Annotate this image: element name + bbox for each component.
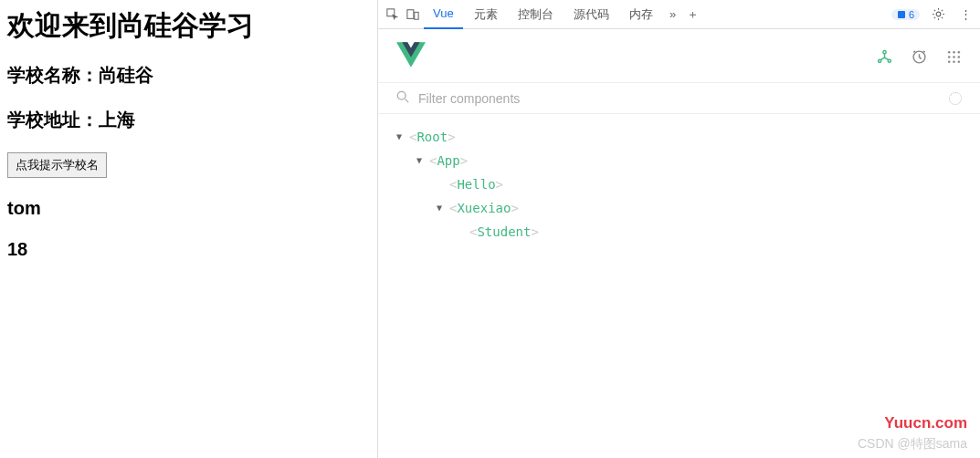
more-view-icon[interactable] xyxy=(945,48,962,65)
svg-point-18 xyxy=(397,91,406,99)
svg-rect-2 xyxy=(415,12,418,19)
caret-down-icon: ▼ xyxy=(416,149,429,172)
component-tree: ▼ <Root> ▼ <App> <Hello> ▼ <Xuexiao> <St… xyxy=(378,114,980,255)
school-address: 学校地址：上海 xyxy=(7,108,370,132)
svg-rect-3 xyxy=(898,11,905,18)
tree-node-hello[interactable]: <Hello> xyxy=(396,172,962,196)
svg-point-17 xyxy=(957,60,960,63)
filter-bar xyxy=(378,83,980,114)
tree-node-app[interactable]: ▼ <App> xyxy=(396,149,962,172)
devtools-panel: Vue 元素 控制台 源代码 内存 » ＋ 6 ⋮ xyxy=(377,0,980,458)
caret-down-icon: ▼ xyxy=(396,125,409,149)
svg-point-12 xyxy=(947,56,950,58)
app-content: 欢迎来到尚硅谷学习 学校名称：尚硅谷 学校地址：上海 点我提示学校名 tom 1… xyxy=(0,0,377,458)
svg-point-10 xyxy=(953,50,955,53)
svg-point-5 xyxy=(882,50,885,53)
more-tabs-icon[interactable]: » xyxy=(664,5,682,24)
device-toggle-icon[interactable] xyxy=(404,5,422,24)
kebab-icon[interactable]: ⋮ xyxy=(956,5,975,24)
tree-node-xuexiao[interactable]: ▼ <Xuexiao> xyxy=(396,196,962,220)
tree-node-root[interactable]: ▼ <Root> xyxy=(396,125,962,149)
watermark-csdn: CSDN @特图sama xyxy=(858,436,967,453)
svg-point-4 xyxy=(936,12,941,16)
svg-point-15 xyxy=(947,60,950,63)
svg-point-9 xyxy=(947,50,950,53)
add-tab-icon[interactable]: ＋ xyxy=(684,5,702,24)
issues-badge[interactable]: 6 xyxy=(891,9,920,20)
filter-input[interactable] xyxy=(418,91,949,106)
caret-down-icon: ▼ xyxy=(437,196,449,220)
gear-icon[interactable] xyxy=(929,5,947,24)
tab-console[interactable]: 控制台 xyxy=(509,0,563,29)
vue-devtools-header xyxy=(378,29,980,83)
watermark-site: Yuucn.com xyxy=(884,414,967,432)
timeline-view-icon[interactable] xyxy=(911,48,927,65)
svg-point-11 xyxy=(957,50,960,53)
components-view-icon[interactable] xyxy=(876,48,892,65)
show-school-button[interactable]: 点我提示学校名 xyxy=(7,152,107,178)
svg-point-16 xyxy=(953,60,955,63)
tree-node-student[interactable]: <Student> xyxy=(396,220,962,244)
student-age: 18 xyxy=(7,239,370,260)
tab-vue[interactable]: Vue xyxy=(424,0,463,29)
svg-rect-1 xyxy=(407,9,414,18)
svg-point-14 xyxy=(957,56,960,58)
vue-logo-icon xyxy=(396,42,426,71)
loading-icon xyxy=(949,92,962,105)
tab-sources[interactable]: 源代码 xyxy=(564,0,618,29)
tab-elements[interactable]: 元素 xyxy=(465,0,507,29)
student-name: tom xyxy=(7,198,370,219)
page-title: 欢迎来到尚硅谷学习 xyxy=(7,7,370,45)
badge-count: 6 xyxy=(909,9,914,20)
inspect-icon[interactable] xyxy=(384,5,402,24)
svg-point-13 xyxy=(953,56,955,58)
school-name: 学校名称：尚硅谷 xyxy=(7,63,370,88)
tab-memory[interactable]: 内存 xyxy=(620,0,662,29)
search-icon xyxy=(396,90,409,106)
devtools-tabbar: Vue 元素 控制台 源代码 内存 » ＋ 6 ⋮ xyxy=(378,0,980,29)
